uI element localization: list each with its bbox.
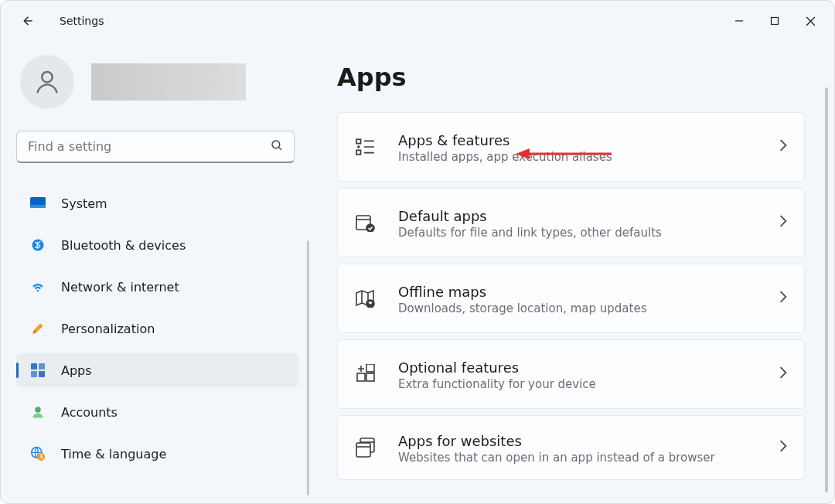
body: System Bluetooth & devices Network & int… <box>1 41 834 503</box>
svg-rect-6 <box>31 363 37 369</box>
titlebar-left: Settings <box>16 10 104 32</box>
system-icon <box>30 196 46 211</box>
svg-rect-21 <box>366 364 374 372</box>
globe-clock-icon <box>30 446 46 461</box>
maximize-button[interactable] <box>757 9 792 33</box>
svg-rect-19 <box>357 373 365 381</box>
search-input[interactable] <box>16 131 295 163</box>
svg-point-15 <box>358 146 360 148</box>
sidebar-item-accounts[interactable]: Accounts <box>16 395 298 429</box>
card-apps-for-websites[interactable]: Apps for websites Websites that can open… <box>337 415 805 480</box>
accounts-icon <box>30 404 46 420</box>
map-icon <box>355 289 377 308</box>
apps-websites-icon <box>355 438 377 458</box>
sidebar-item-time-language[interactable]: Time & language <box>16 437 298 471</box>
back-button[interactable] <box>16 10 38 32</box>
sidebar-item-apps[interactable]: Apps <box>16 353 298 387</box>
sidebar-nav: System Bluetooth & devices Network & int… <box>16 186 298 471</box>
svg-rect-9 <box>39 371 45 377</box>
svg-rect-8 <box>31 371 37 377</box>
main-content: Apps Apps & features Installed apps, app… <box>314 41 834 503</box>
card-title: Apps & features <box>398 132 758 148</box>
svg-rect-14 <box>356 150 360 154</box>
chevron-right-icon <box>779 366 787 382</box>
svg-rect-0 <box>772 18 779 25</box>
card-subtitle: Downloads, storage location, map updates <box>398 301 758 315</box>
sidebar-item-label: Time & language <box>61 447 166 461</box>
card-optional-features[interactable]: Optional features Extra functionality fo… <box>337 339 805 409</box>
profile-block[interactable] <box>20 55 298 109</box>
card-body: Offline maps Downloads, storage location… <box>398 282 758 315</box>
sidebar-item-personalization[interactable]: Personalization <box>16 312 298 346</box>
card-title: Optional features <box>398 359 758 376</box>
card-body: Apps for websites Websites that can open… <box>398 431 758 465</box>
paintbrush-icon <box>30 321 46 336</box>
sidebar-item-label: Network & internet <box>61 280 179 295</box>
sidebar: System Bluetooth & devices Network & int… <box>1 41 314 503</box>
list-icon <box>355 138 377 155</box>
svg-point-1 <box>42 72 52 82</box>
window-title: Settings <box>60 15 104 27</box>
sidebar-item-label: Apps <box>61 363 92 378</box>
sidebar-item-label: System <box>61 196 107 211</box>
optional-features-icon <box>355 364 377 384</box>
chevron-right-icon <box>779 291 787 306</box>
svg-point-17 <box>366 224 374 232</box>
card-body: Default apps Defaults for file and link … <box>398 206 758 240</box>
window-controls <box>721 9 828 33</box>
chevron-right-icon <box>779 139 787 155</box>
titlebar: Settings <box>1 1 834 41</box>
card-default-apps[interactable]: Default apps Defaults for file and link … <box>337 188 805 257</box>
sidebar-item-bluetooth[interactable]: Bluetooth & devices <box>16 228 298 262</box>
search-icon <box>270 138 284 155</box>
card-body: Optional features Extra functionality fo… <box>398 358 758 391</box>
card-title: Offline maps <box>398 284 758 300</box>
main-scrollbar[interactable] <box>825 87 828 492</box>
settings-cards: Apps & features Installed apps, app exec… <box>337 112 826 480</box>
card-body: Apps & features Installed apps, app exec… <box>398 131 758 164</box>
svg-point-2 <box>272 141 280 148</box>
close-button[interactable] <box>792 9 828 33</box>
apps-icon <box>30 363 46 378</box>
sidebar-item-system[interactable]: System <box>16 186 298 220</box>
user-name-redacted <box>91 63 246 100</box>
svg-rect-20 <box>366 373 374 381</box>
bluetooth-icon <box>30 237 46 253</box>
card-title: Apps for websites <box>398 433 758 449</box>
default-apps-icon <box>355 213 377 232</box>
svg-rect-23 <box>356 443 370 457</box>
card-offline-maps[interactable]: Offline maps Downloads, storage location… <box>337 264 805 333</box>
search-wrap <box>16 131 295 163</box>
card-subtitle: Extra functionality for your device <box>398 377 758 391</box>
sidebar-item-label: Personalization <box>61 322 155 336</box>
card-title: Default apps <box>398 208 758 224</box>
card-apps-features[interactable]: Apps & features Installed apps, app exec… <box>337 112 805 182</box>
sidebar-item-label: Bluetooth & devices <box>61 238 186 253</box>
avatar <box>20 55 74 109</box>
svg-rect-4 <box>30 205 46 208</box>
minimize-button[interactable] <box>721 9 757 33</box>
wifi-icon <box>30 279 46 295</box>
settings-window: Settings <box>0 0 835 504</box>
chevron-right-icon <box>779 440 787 455</box>
svg-point-10 <box>35 407 41 413</box>
svg-rect-13 <box>356 139 360 143</box>
card-subtitle: Defaults for file and link types, other … <box>398 226 758 240</box>
card-subtitle: Websites that can open in an app instead… <box>398 451 758 465</box>
svg-point-5 <box>32 240 44 251</box>
sidebar-item-label: Accounts <box>61 405 118 420</box>
chevron-right-icon <box>779 215 787 230</box>
sidebar-item-network[interactable]: Network & internet <box>16 270 298 304</box>
svg-rect-7 <box>39 363 45 369</box>
sidebar-scrollbar[interactable] <box>307 240 309 495</box>
card-subtitle: Installed apps, app execution aliases <box>398 150 758 164</box>
page-title: Apps <box>337 63 826 92</box>
